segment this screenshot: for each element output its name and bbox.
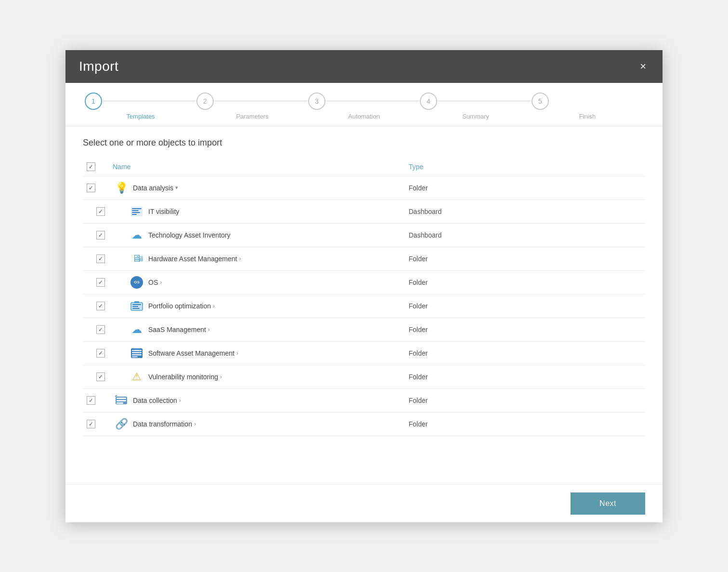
row-checkbox-3[interactable]: [96, 254, 105, 263]
modal-footer: Next: [65, 484, 663, 522]
row-type-cell-0: Folder: [405, 176, 645, 200]
row-name-cell-3: 🖥 🖥 Hardware Asset Management ›: [109, 247, 405, 270]
step-line-4: [438, 101, 531, 101]
step-3-circle: 3: [308, 93, 325, 110]
modal-header: Import ×: [65, 50, 663, 83]
svg-rect-12: [132, 350, 142, 351]
row-type-text-6: Folder: [409, 326, 428, 333]
table-row: ☁ Technology Asset Inventory Dashboard: [83, 223, 645, 247]
row-check-cell-5: [83, 294, 109, 318]
expand-chevron-8[interactable]: ›: [220, 373, 222, 380]
row-icon-5: [130, 299, 143, 313]
row-type-cell-4: Folder: [405, 270, 645, 294]
row-checkbox-2[interactable]: [96, 231, 105, 239]
svg-rect-15: [132, 356, 138, 357]
svg-rect-18: [117, 400, 126, 401]
expand-chevron-9[interactable]: ›: [179, 397, 181, 404]
row-check-cell-6: [83, 318, 109, 341]
row-check-cell-2: [83, 223, 109, 247]
row-type-text-2: Dashboard: [409, 231, 442, 239]
row-icon-3: 🖥 🖥: [130, 252, 143, 266]
step-line-3: [326, 101, 419, 101]
row-checkbox-1[interactable]: [96, 207, 105, 216]
row-checkbox-5[interactable]: [96, 302, 105, 310]
step-1: 1 Templates: [85, 93, 196, 126]
row-type-text-10: Folder: [409, 420, 428, 428]
row-check-cell-8: [83, 365, 109, 388]
step-5: 5 Finish: [532, 93, 643, 126]
row-icon-9: [115, 394, 128, 407]
row-checkbox-9[interactable]: [87, 396, 95, 405]
col-header-type: Type: [405, 158, 645, 176]
row-icon-6: ☁: [130, 323, 143, 336]
row-type-text-0: Folder: [409, 184, 428, 192]
step-5-circle: 5: [532, 93, 549, 110]
row-name-cell-5: Portfolio optimization ›: [109, 294, 405, 318]
table-row: Software Asset Management › Folder: [83, 341, 645, 365]
expand-chevron-4[interactable]: ›: [160, 279, 162, 286]
svg-rect-19: [117, 402, 123, 404]
row-checkbox-10[interactable]: [87, 420, 95, 428]
expand-chevron-10[interactable]: ›: [194, 421, 196, 427]
row-checkbox-8[interactable]: [96, 372, 105, 381]
table-row: Portfolio optimization › Folder: [83, 294, 645, 318]
row-icon-2: ☁: [130, 228, 143, 242]
step-line-2: [215, 101, 307, 101]
row-name-text-10: Data transformation: [133, 420, 192, 428]
step-4: 4 Summary: [420, 93, 532, 126]
svg-rect-7: [132, 304, 141, 305]
svg-rect-13: [132, 352, 142, 353]
modal-title: Import: [79, 59, 118, 74]
row-check-cell-0: [83, 176, 109, 200]
row-type-cell-2: Dashboard: [405, 223, 645, 247]
step-5-label: Finish: [579, 113, 596, 120]
row-icon-1: [130, 205, 143, 218]
table-row: ☁ SaaS Management › Folder: [83, 318, 645, 341]
row-name-text-4: OS: [148, 279, 158, 286]
stepper: 1 Templates 2 Parameters 3 Automation 4: [65, 83, 663, 126]
table-row: IT visibility Dashboard: [83, 200, 645, 223]
svg-rect-17: [117, 398, 126, 399]
row-checkbox-7[interactable]: [96, 349, 105, 358]
row-name-cell-8: ⚠ Vulnerability monitoring ›: [109, 365, 405, 388]
step-2-circle: 2: [196, 93, 214, 110]
col-header-name: Name: [109, 158, 405, 176]
dropdown-arrow-0[interactable]: ▾: [175, 185, 178, 191]
step-3: 3 Automation: [308, 93, 420, 126]
row-type-cell-9: Folder: [405, 388, 645, 412]
close-button[interactable]: ×: [637, 60, 649, 73]
table-row: 🔗 Data transformation › Folder: [83, 412, 645, 436]
svg-rect-2: [132, 210, 139, 211]
row-icon-8: ⚠: [130, 370, 143, 384]
select-all-checkbox[interactable]: [87, 162, 95, 171]
row-type-text-1: Dashboard: [409, 208, 442, 215]
row-type-text-8: Folder: [409, 373, 428, 381]
expand-chevron-5[interactable]: ›: [213, 303, 215, 309]
row-name-cell-4: OS OS ›: [109, 270, 405, 294]
row-name-cell-1: IT visibility: [109, 200, 405, 223]
row-type-cell-1: Dashboard: [405, 200, 645, 223]
expand-chevron-6[interactable]: ›: [208, 326, 210, 333]
expand-chevron-7[interactable]: ›: [236, 350, 238, 357]
next-button[interactable]: Next: [571, 492, 645, 515]
row-check-cell-9: [83, 388, 109, 412]
row-icon-4: OS: [130, 276, 143, 289]
row-name-text-7: Software Asset Management: [148, 349, 234, 357]
row-type-text-9: Folder: [409, 397, 428, 404]
row-name-text-3: Hardware Asset Management: [148, 255, 237, 263]
row-name-text-5: Portfolio optimization: [148, 302, 211, 310]
expand-chevron-3[interactable]: ›: [239, 255, 241, 262]
row-checkbox-0[interactable]: [87, 184, 95, 192]
row-name-text-0: Data analysis: [133, 184, 173, 192]
step-4-circle: 4: [420, 93, 437, 110]
row-check-cell-4: [83, 270, 109, 294]
row-checkbox-4[interactable]: [96, 278, 105, 287]
row-name-text-1: IT visibility: [148, 208, 179, 215]
row-name-text-2: Technology Asset Inventory: [148, 231, 230, 239]
row-checkbox-6[interactable]: [96, 325, 105, 334]
import-modal: Import × 1 Templates 2 Parameters 3 Auto…: [65, 50, 663, 522]
row-type-text-3: Folder: [409, 255, 428, 263]
table-row: Data collection › Folder: [83, 388, 645, 412]
row-icon-0: 💡: [115, 181, 128, 195]
row-name-cell-0: 💡 Data analysis ▾: [109, 176, 405, 200]
